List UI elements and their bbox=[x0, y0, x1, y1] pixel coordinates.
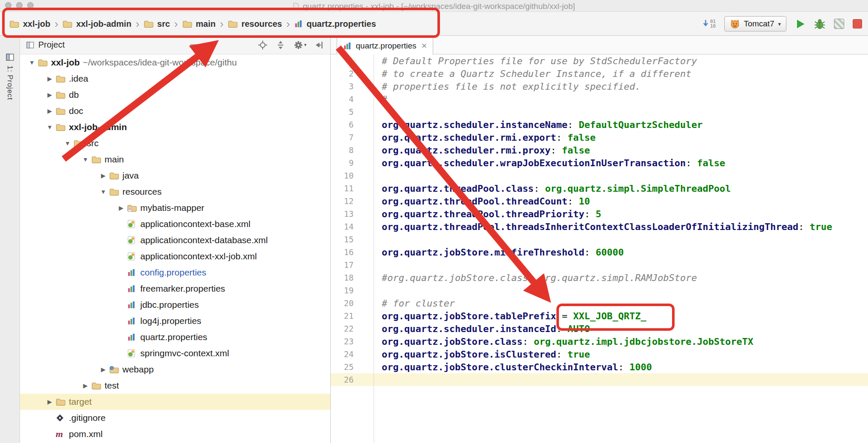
tree-item-.gitignore[interactable]: .gitignore bbox=[20, 410, 330, 426]
tree-item-main[interactable]: ▼main bbox=[20, 151, 330, 168]
line-content[interactable]: org.quartz.jobStore.tablePrefix = XXL_JO… bbox=[374, 311, 647, 321]
line-content[interactable]: org.quartz.jobStore.clusterCheckinInterv… bbox=[374, 362, 652, 372]
tree-item-db[interactable]: ▶db bbox=[20, 87, 330, 103]
chevron-expanded-icon[interactable]: ▼ bbox=[44, 124, 56, 131]
editor-content[interactable]: 1# Default Properties file for use by St… bbox=[331, 54, 868, 443]
chevron-collapsed-icon[interactable]: ▶ bbox=[79, 382, 91, 389]
chevron-collapsed-icon[interactable]: ▶ bbox=[44, 398, 56, 405]
line-content[interactable]: # bbox=[374, 94, 387, 105]
line-content[interactable]: org.quartz.scheduler.rmi.export: false bbox=[374, 132, 596, 143]
line-content[interactable]: org.quartz.scheduler.instanceName: Defau… bbox=[374, 119, 703, 130]
line-content[interactable]: # properties file is not explicitly spec… bbox=[374, 81, 641, 92]
tree-item-config.properties[interactable]: config.properties bbox=[20, 264, 330, 281]
tree-item-log4j.properties[interactable]: log4j.properties bbox=[20, 313, 330, 329]
line-content[interactable]: org.quartz.threadPool.class: org.quartz.… bbox=[374, 183, 731, 194]
line-content[interactable]: org.quartz.threadPool.threadsInheritCont… bbox=[374, 222, 832, 232]
breadcrumb-item-resources[interactable]: resources bbox=[228, 19, 282, 29]
breadcrumb-item-main[interactable]: main bbox=[182, 19, 216, 29]
chevron-collapsed-icon[interactable]: ▶ bbox=[97, 366, 109, 373]
code-line-4[interactable]: 4# bbox=[331, 93, 868, 105]
line-content[interactable]: org.quartz.jobStore.misfireThreshold: 60… bbox=[374, 247, 624, 258]
code-line-10[interactable]: 10 bbox=[331, 169, 868, 182]
code-line-15[interactable]: 15 bbox=[331, 233, 868, 246]
tree-item-applicationcontext-database.xml[interactable]: applicationcontext-database.xml bbox=[20, 232, 330, 248]
project-tool-window-button[interactable]: 1: Project bbox=[0, 53, 20, 100]
code-line-18[interactable]: 18#org.quartz.jobStore.class: org.quartz… bbox=[331, 271, 868, 284]
code-line-25[interactable]: 25org.quartz.jobStore.clusterCheckinInte… bbox=[331, 361, 868, 373]
tree-item-jdbc.properties[interactable]: jdbc.properties bbox=[20, 297, 330, 313]
code-line-11[interactable]: 11org.quartz.threadPool.class: org.quart… bbox=[331, 182, 868, 195]
code-line-5[interactable]: 5 bbox=[331, 105, 868, 118]
tree-item-test[interactable]: ▶test bbox=[20, 378, 330, 394]
run-config-selector[interactable]: Tomcat7 ▾ bbox=[724, 16, 786, 31]
code-line-7[interactable]: 7org.quartz.scheduler.rmi.export: false bbox=[331, 131, 868, 144]
code-line-22[interactable]: 22org.quartz.scheduler.instanceId: AUTO bbox=[331, 322, 868, 335]
code-line-24[interactable]: 24org.quartz.jobStore.isClustered: true bbox=[331, 348, 868, 361]
stop-button[interactable] bbox=[853, 19, 862, 28]
line-content[interactable]: # Default Properties file for use by Std… bbox=[374, 56, 697, 66]
coverage-button[interactable] bbox=[834, 19, 844, 29]
tree-item-doc[interactable]: ▶doc bbox=[20, 103, 330, 119]
line-content[interactable]: org.quartz.scheduler.instanceId: AUTO bbox=[374, 324, 590, 334]
code-line-20[interactable]: 20# for cluster bbox=[331, 297, 868, 310]
tree-item-pom.xml[interactable]: mpom.xml bbox=[20, 426, 330, 442]
chevron-expanded-icon[interactable]: ▼ bbox=[79, 156, 91, 163]
tree-item-quartz.properties[interactable]: quartz.properties bbox=[20, 329, 330, 345]
chevron-expanded-icon[interactable]: ▼ bbox=[26, 59, 38, 66]
chevron-expanded-icon[interactable]: ▼ bbox=[97, 188, 109, 195]
line-content[interactable]: # to create a Quartz Scheduler Instance,… bbox=[374, 68, 691, 79]
tab-quartz-properties[interactable]: quartz.properties × bbox=[337, 37, 433, 54]
settings-gear-button[interactable]: ▾ bbox=[294, 40, 306, 50]
breadcrumb-item-quartz.properties[interactable]: quartz.properties bbox=[294, 19, 376, 29]
code-line-9[interactable]: 9org.quartz.scheduler.wrapJobExecutionIn… bbox=[331, 156, 868, 169]
chevron-expanded-icon[interactable]: ▼ bbox=[62, 140, 74, 147]
line-content[interactable]: org.quartz.scheduler.wrapJobExecutionInU… bbox=[374, 158, 725, 168]
line-content[interactable]: #org.quartz.jobStore.class: org.quartz.s… bbox=[374, 273, 697, 283]
tree-item-java[interactable]: ▶java bbox=[20, 168, 330, 184]
tree-item-target[interactable]: ▶target bbox=[20, 394, 330, 410]
code-line-2[interactable]: 2# to create a Quartz Scheduler Instance… bbox=[331, 67, 868, 80]
code-line-23[interactable]: 23org.quartz.jobStore.class: org.quartz.… bbox=[331, 335, 868, 348]
breadcrumb-item-xxl-job-admin[interactable]: xxl-job-admin bbox=[62, 19, 131, 29]
code-line-19[interactable]: 19 bbox=[331, 284, 868, 297]
chevron-collapsed-icon[interactable]: ▶ bbox=[44, 108, 56, 114]
chevron-collapsed-icon[interactable]: ▶ bbox=[115, 204, 127, 211]
debug-button[interactable] bbox=[814, 18, 825, 30]
tree-item-mybatis-mapper[interactable]: ▶mybatis-mapper bbox=[20, 200, 330, 216]
chevron-collapsed-icon[interactable]: ▶ bbox=[44, 91, 56, 98]
line-content[interactable]: org.quartz.threadPool.threadPriority: 5 bbox=[374, 209, 601, 219]
tree-item-xxl-job-admin[interactable]: ▼xxl-job-admin bbox=[20, 119, 330, 135]
tree-item-webapp[interactable]: ▶webapp bbox=[20, 361, 330, 378]
tree-item-resources[interactable]: ▼resources bbox=[20, 184, 330, 200]
close-tab-icon[interactable]: × bbox=[422, 42, 427, 50]
chevron-collapsed-icon[interactable]: ▶ bbox=[97, 172, 109, 179]
tree-item-.idea[interactable]: ▶.idea bbox=[20, 71, 330, 87]
code-line-1[interactable]: 1# Default Properties file for use by St… bbox=[331, 54, 868, 67]
code-line-3[interactable]: 3# properties file is not explicitly spe… bbox=[331, 80, 868, 93]
tree-item-src[interactable]: ▼src bbox=[20, 135, 330, 151]
tree-item-applicationcontext-xxl-job.xml[interactable]: applicationcontext-xxl-job.xml bbox=[20, 248, 330, 264]
code-line-16[interactable]: 16org.quartz.jobStore.misfireThreshold: … bbox=[331, 246, 868, 258]
line-content[interactable]: # for cluster bbox=[374, 298, 455, 309]
line-content[interactable]: org.quartz.jobStore.class: org.quartz.im… bbox=[374, 336, 753, 347]
tree-item-xxl-job[interactable]: ▼xxl-job ~/workspaces/idea-git-workspace… bbox=[20, 54, 330, 71]
line-content[interactable]: org.quartz.scheduler.rmi.proxy: false bbox=[374, 145, 590, 156]
expand-collapse-icon[interactable] bbox=[276, 40, 285, 50]
code-line-14[interactable]: 14org.quartz.threadPool.threadsInheritCo… bbox=[331, 220, 868, 233]
breadcrumb-item-src[interactable]: src bbox=[144, 19, 170, 29]
tree-item-springmvc-context.xml[interactable]: springmvc-context.xml bbox=[20, 345, 330, 361]
chevron-collapsed-icon[interactable]: ▶ bbox=[44, 75, 56, 82]
code-line-21[interactable]: 21org.quartz.jobStore.tablePrefix = XXL_… bbox=[331, 310, 868, 322]
run-button[interactable] bbox=[795, 19, 806, 29]
code-line-17[interactable]: 17 bbox=[331, 258, 868, 271]
code-line-6[interactable]: 6org.quartz.scheduler.instanceName: Defa… bbox=[331, 118, 868, 131]
line-content[interactable]: org.quartz.jobStore.isClustered: true bbox=[374, 349, 590, 360]
code-line-8[interactable]: 8org.quartz.scheduler.rmi.proxy: false bbox=[331, 144, 868, 156]
breadcrumb-item-xxl-job[interactable]: xxl-job bbox=[9, 19, 50, 29]
tree-item-freemarker.properties[interactable]: freemarker.properties bbox=[20, 281, 330, 297]
code-line-13[interactable]: 13org.quartz.threadPool.threadPriority: … bbox=[331, 207, 868, 220]
locate-icon[interactable] bbox=[258, 40, 267, 50]
line-content[interactable]: org.quartz.threadPool.threadCount: 10 bbox=[374, 196, 590, 207]
code-line-12[interactable]: 12org.quartz.threadPool.threadCount: 10 bbox=[331, 195, 868, 207]
collapse-all-icon[interactable] bbox=[315, 40, 324, 50]
